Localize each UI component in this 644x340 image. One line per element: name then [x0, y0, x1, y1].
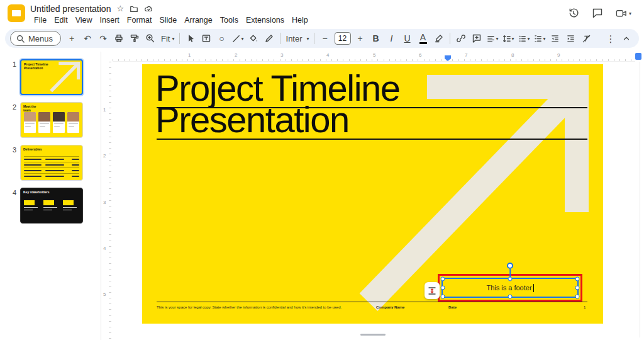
italic-button[interactable]: I — [384, 31, 399, 46]
fill-color-icon — [248, 33, 258, 43]
slide-thumbnail-2[interactable]: Meet the team — [20, 102, 83, 138]
slide-thumbnail-4[interactable]: Key stakeholders — [20, 188, 83, 224]
insert-shape-button[interactable]: ○ — [214, 31, 230, 46]
move-folder-icon[interactable] — [130, 4, 138, 13]
legal-copy-text[interactable]: This is your space for legal copy. State… — [157, 305, 341, 309]
numbered-list-button[interactable]: ▾ — [532, 31, 547, 46]
stakeholder-columns — [24, 200, 77, 210]
menu-view[interactable]: View — [72, 15, 96, 25]
menu-arrange[interactable]: Arrange — [180, 15, 216, 25]
slide-page-number: 1 — [584, 305, 586, 309]
deliverables-table — [24, 156, 79, 179]
clear-format-icon — [582, 34, 591, 43]
bulleted-list-button[interactable]: ▾ — [516, 31, 531, 46]
redo-button[interactable]: ↷ — [96, 31, 111, 46]
cursor-icon — [186, 33, 196, 43]
main-area: 1 Project Timeline Presentation 2 Meet t… — [0, 52, 644, 340]
meet-camera-icon[interactable]: ▾ — [616, 8, 631, 18]
text-color-button[interactable]: A — [416, 31, 431, 46]
speaker-notes-divider[interactable] — [360, 334, 386, 336]
menu-extensions[interactable]: Extensions — [242, 15, 288, 25]
undo-button[interactable]: ↶ — [80, 31, 95, 46]
slide-number: 3 — [8, 145, 16, 181]
text-box-button[interactable] — [199, 31, 214, 46]
slide-thumbnail-1[interactable]: Project Timeline Presentation — [20, 59, 83, 95]
slide-title-line-2: Presentation — [155, 104, 400, 135]
zoom-icon — [145, 33, 155, 43]
border-color-button[interactable] — [262, 31, 277, 46]
more-options-button[interactable]: ⋮ — [603, 31, 618, 46]
date-text[interactable]: Date — [448, 305, 457, 309]
menu-file[interactable]: File — [30, 15, 50, 25]
underline-button[interactable]: U — [400, 31, 415, 46]
select-tool-button[interactable] — [183, 31, 198, 46]
decrease-indent-button[interactable] — [548, 31, 563, 46]
chevron-down-icon: ▾ — [496, 36, 499, 42]
filmstrip-item-4: 4 Key stakeholders — [8, 188, 101, 224]
company-name-text[interactable]: Company Name — [376, 305, 404, 309]
increase-indent-button[interactable] — [564, 31, 579, 46]
cloud-saved-icon[interactable] — [144, 4, 154, 13]
resize-handle-n[interactable] — [508, 277, 513, 281]
footer-rule — [157, 302, 587, 302]
comments-icon[interactable] — [592, 8, 603, 19]
vertical-scrollbar-track[interactable] — [640, 62, 640, 337]
bold-button[interactable]: B — [369, 31, 384, 46]
document-title[interactable]: Untitled presentation — [30, 4, 111, 14]
clear-formatting-button[interactable] — [579, 31, 594, 46]
fill-color-button[interactable] — [246, 31, 261, 46]
topbar-right: ▾ — [568, 3, 638, 19]
zoom-button[interactable] — [143, 31, 158, 46]
slide-title[interactable]: Project Timeline Presentation — [155, 72, 400, 135]
shape-icon: ○ — [219, 34, 224, 43]
insert-line-button[interactable]: ▾ — [230, 31, 245, 46]
chevron-down-icon: ▾ — [629, 11, 631, 16]
zoom-select[interactable]: Fit ▾ — [158, 31, 175, 46]
slide-number: 1 — [8, 59, 16, 95]
version-history-icon[interactable] — [568, 8, 579, 19]
new-slide-button[interactable]: + — [64, 31, 79, 46]
increase-font-size-button[interactable]: + — [353, 31, 368, 46]
decrease-font-size-button[interactable]: − — [318, 31, 333, 46]
font-family-select[interactable]: Inter ▾ — [284, 31, 311, 46]
menu-help[interactable]: Help — [288, 15, 312, 25]
chevron-down-icon: ▾ — [512, 36, 514, 42]
resize-handle-s[interactable] — [508, 295, 513, 299]
insert-comment-button[interactable] — [469, 31, 484, 46]
insert-link-button[interactable] — [453, 31, 469, 46]
line-spacing-button[interactable]: ▾ — [501, 31, 516, 46]
ruler-indent-marker[interactable] — [445, 55, 451, 61]
menu-format[interactable]: Format — [123, 15, 156, 25]
font-size-input[interactable]: 12 — [335, 32, 351, 45]
paint-format-button[interactable] — [127, 31, 142, 46]
star-icon[interactable]: ☆ — [116, 4, 124, 13]
vertical-scrollbar-thumb[interactable] — [635, 53, 641, 60]
slides-logo-icon[interactable] — [8, 4, 25, 22]
chevron-down-icon: ▾ — [307, 36, 309, 42]
menu-slide[interactable]: Slide — [155, 15, 180, 25]
menus-search-button[interactable]: Menus — [10, 31, 61, 46]
numbered-list-icon — [533, 34, 543, 43]
title-block: Untitled presentation ☆ File Edit View I… — [30, 3, 312, 25]
resize-handle-se[interactable] — [575, 295, 580, 299]
resize-handle-nw[interactable] — [441, 277, 445, 281]
print-button[interactable] — [111, 31, 126, 46]
slide-thumbnail-3[interactable]: Deliverables — [20, 145, 83, 181]
autofit-options-button[interactable] — [425, 282, 440, 299]
resize-handle-e[interactable] — [575, 286, 580, 290]
slide-canvas[interactable]: Project Timeline Presentation This is yo… — [142, 64, 603, 324]
hide-menus-button[interactable] — [619, 31, 634, 46]
rotate-handle[interactable] — [507, 263, 513, 269]
resize-handle-w[interactable] — [441, 286, 445, 290]
vertical-ruler: 1 2 3 4 5 — [101, 62, 111, 340]
menu-insert[interactable]: Insert — [96, 15, 123, 25]
resize-handle-sw[interactable] — [441, 295, 445, 299]
align-button[interactable]: ▾ — [485, 31, 500, 46]
resize-handle-ne[interactable] — [575, 277, 580, 281]
workspace: 1 2 3 4 5 6 7 8 9 1 2 3 4 5 — [101, 52, 644, 340]
menu-edit[interactable]: Edit — [50, 15, 72, 25]
highlight-color-button[interactable] — [431, 31, 447, 46]
menu-tools[interactable]: Tools — [216, 15, 242, 25]
footer-textbox[interactable]: This is a footer — [441, 278, 579, 298]
thumbnail-title: Deliverables — [23, 147, 51, 151]
